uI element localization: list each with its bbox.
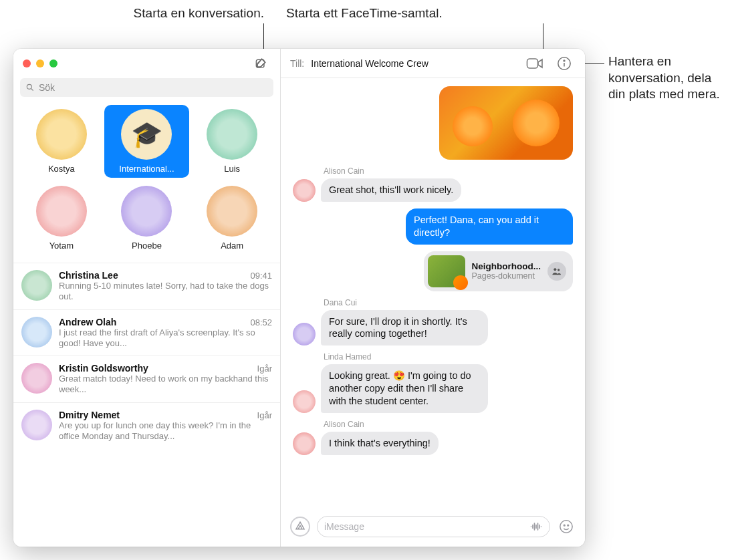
pinned-label: Phoebe — [132, 241, 162, 251]
message-input[interactable]: iMessage — [317, 516, 550, 537]
avatar — [207, 186, 257, 237]
message-bubble[interactable]: Looking great. 😍 I'm going to do another… — [321, 364, 488, 413]
compose-button[interactable] — [251, 55, 271, 72]
svg-point-5 — [554, 268, 556, 271]
avatar — [21, 363, 52, 394]
search-icon — [25, 83, 35, 92]
conversation-preview: Are you up for lunch one day this week? … — [59, 420, 272, 442]
pinned-contact-international[interactable]: 🎓 International... — [104, 105, 190, 178]
search-input[interactable]: Sök — [20, 78, 273, 97]
message-bubble[interactable]: Perfect! Dana, can you add it directly? — [406, 208, 573, 245]
messages-window: Sök Kostya 🎓 International... Luis Yotam — [13, 49, 585, 547]
sender-name: Alison Cain — [324, 420, 573, 429]
sidebar: Sök Kostya 🎓 International... Luis Yotam — [13, 49, 281, 547]
avatar — [293, 179, 316, 202]
pinned-contact-adam[interactable]: Adam — [189, 182, 275, 255]
pinned-contact-kostya[interactable]: Kostya — [19, 105, 104, 178]
avatar — [293, 323, 316, 345]
avatar — [121, 186, 172, 237]
traffic-lights — [23, 59, 57, 67]
sender-name: Dana Cui — [324, 298, 573, 307]
svg-rect-2 — [527, 59, 538, 68]
message-bubble[interactable]: I think that's everything! — [321, 432, 439, 455]
apps-button[interactable] — [290, 517, 310, 537]
conversation-time: 08:52 — [250, 317, 272, 327]
maximize-button[interactable] — [49, 59, 57, 67]
conversation-header: Till: International Welcome Crew — [281, 49, 585, 78]
to-name[interactable]: International Welcome Crew — [311, 58, 428, 69]
image-attachment[interactable] — [439, 86, 573, 160]
svg-point-4 — [564, 59, 565, 61]
file-thumbnail — [428, 255, 465, 287]
search-placeholder: Sök — [39, 82, 55, 93]
messages-area[interactable]: Alison Cain Great shot, this'll work nic… — [281, 78, 585, 509]
avatar — [21, 270, 52, 301]
pinned-label: Kostya — [48, 164, 75, 174]
pinned-label: Yotam — [49, 241, 74, 251]
conversation-name: Andrew Olah — [59, 317, 116, 327]
callout-line — [543, 23, 543, 50]
titlebar — [13, 49, 280, 78]
conversation-preview: Running 5-10 minutes late! Sorry, had to… — [59, 281, 272, 303]
conversation-time: Igår — [257, 410, 272, 420]
conversation-list[interactable]: Christina Lee 09:41 Running 5-10 minutes… — [13, 263, 280, 547]
svg-point-8 — [564, 525, 565, 526]
pinned-label: International... — [119, 164, 174, 174]
conversation-pane: Till: International Welcome Crew A — [281, 49, 585, 547]
message-bubble[interactable]: For sure, I'll drop it in shortly. It's … — [321, 310, 488, 346]
search-wrap: Sök — [13, 78, 280, 102]
avatar — [293, 390, 316, 413]
conversation-preview: Great match today! Need to work on my ba… — [59, 374, 272, 396]
info-button[interactable] — [553, 53, 576, 74]
composer: iMessage — [281, 509, 585, 547]
facetime-button[interactable] — [523, 53, 546, 74]
pinned-label: Adam — [221, 241, 243, 251]
conversation-preview: I just read the first draft of Aliya's s… — [59, 327, 272, 349]
avatar — [207, 109, 257, 160]
video-camera-icon — [526, 57, 543, 70]
pinned-contact-luis[interactable]: Luis — [189, 105, 275, 178]
app-store-icon — [294, 521, 306, 533]
avatar — [21, 317, 52, 347]
list-item[interactable]: Christina Lee 09:41 Running 5-10 minutes… — [13, 263, 280, 309]
callout-line — [263, 23, 264, 50]
emoji-button[interactable] — [557, 517, 576, 536]
list-item[interactable]: Andrew Olah 08:52 I just read the first … — [13, 309, 280, 356]
graduation-cap-icon: 🎓 — [131, 120, 162, 149]
avatar — [36, 109, 87, 160]
to-label: Till: — [290, 58, 304, 69]
svg-point-6 — [558, 269, 560, 271]
svg-point-1 — [27, 84, 31, 89]
conversation-name: Kristin Goldsworthy — [59, 363, 148, 374]
conversation-time: 09:41 — [250, 271, 272, 281]
svg-point-9 — [568, 525, 569, 526]
list-item[interactable]: Dmitry Nemet Igår Are you up for lunch o… — [13, 402, 280, 449]
list-item[interactable]: Kristin Goldsworthy Igår Great match tod… — [13, 356, 280, 402]
svg-point-7 — [560, 521, 572, 533]
callout-info: Hantera en konversation, dela din plats … — [608, 53, 729, 103]
minimize-button[interactable] — [36, 59, 44, 67]
pinned-contact-yotam[interactable]: Yotam — [19, 182, 104, 255]
compose-icon — [254, 57, 267, 70]
message-bubble[interactable]: Great shot, this'll work nicely. — [321, 178, 461, 202]
conversation-name: Christina Lee — [59, 270, 118, 281]
conversation-name: Dmitry Nemet — [59, 410, 120, 420]
file-attachment[interactable]: Neighborhood... Pages-dokument — [424, 251, 574, 291]
avatar — [21, 410, 52, 440]
people-icon — [551, 266, 562, 277]
pinned-label: Luis — [224, 164, 240, 174]
conversation-time: Igår — [257, 364, 272, 374]
pinned-grid: Kostya 🎓 International... Luis Yotam Pho… — [13, 102, 280, 263]
avatar — [36, 186, 87, 237]
smile-icon — [559, 519, 574, 534]
callout-compose: Starta en konversation. — [64, 5, 264, 22]
file-title: Neighborhood... — [472, 261, 541, 271]
close-button[interactable] — [23, 59, 31, 67]
info-icon — [557, 56, 572, 71]
pinned-contact-phoebe[interactable]: Phoebe — [104, 182, 190, 255]
share-button[interactable] — [547, 262, 566, 281]
audio-wave-icon[interactable] — [529, 521, 543, 532]
callout-facetime: Starta ett FaceTime-samtal. — [286, 5, 443, 22]
avatar: 🎓 — [121, 109, 172, 160]
sender-name: Linda Hamed — [324, 352, 573, 362]
